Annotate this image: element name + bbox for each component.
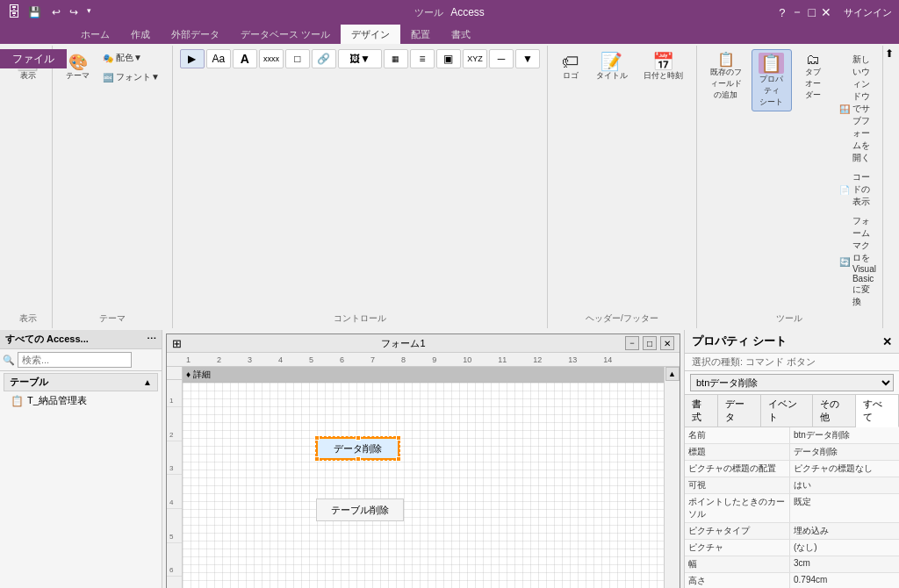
handle-br[interactable] <box>396 456 401 462</box>
prop-row-4[interactable]: ポイントしたときのカーソル既定 <box>685 494 899 523</box>
textbox-tool[interactable]: xxxx <box>259 49 284 68</box>
ribbon-collapse[interactable]: ⬆ <box>883 46 895 328</box>
checkbox-tool[interactable]: □ <box>285 49 310 68</box>
select-tool[interactable]: ▶ <box>180 49 205 68</box>
tab-design[interactable]: デザイン <box>341 25 400 44</box>
nav-section-label: テーブル <box>10 376 48 389</box>
app-icon: 🗄 <box>7 4 21 20</box>
prop-val-8: 0.794cm <box>790 573 899 588</box>
title-bar-right: ? － □ ✕ サインイン <box>779 4 892 20</box>
nav-options-btn[interactable]: ⋯ <box>147 333 156 345</box>
prop-tab-other[interactable]: その他 <box>813 395 856 427</box>
form-window-controls: － □ ✕ <box>625 336 674 350</box>
existing-fields-icon: 📋 <box>717 53 735 67</box>
hf-group-label: ヘッダー/フッター <box>555 311 689 325</box>
tab-format[interactable]: 書式 <box>441 25 481 44</box>
prop-row-5[interactable]: ピクチャタイプ埋め込み <box>685 523 899 540</box>
prop-tabs: 書式 データ イベント その他 すべて <box>685 395 899 427</box>
form-scrollbar-v[interactable]: ▲ ▼ <box>664 367 680 588</box>
existing-fields-btn[interactable]: 📋 既存のフィールドの追加 <box>704 49 748 104</box>
text-tool[interactable]: A <box>233 49 257 68</box>
list-tool[interactable]: ≡ <box>410 49 435 68</box>
prop-row-7[interactable]: 幅3cm <box>685 556 899 573</box>
handle-bm[interactable] <box>356 456 361 462</box>
handle-tr[interactable] <box>396 435 401 441</box>
handle-tm[interactable] <box>356 435 361 441</box>
restore-btn[interactable]: □ <box>809 5 816 19</box>
tab-layout[interactable]: 配置 <box>400 25 441 44</box>
prop-row-6[interactable]: ピクチャ(なし) <box>685 540 899 556</box>
prop-row-0[interactable]: 名前btnデータ削除 <box>685 427 899 444</box>
line-tool[interactable]: ─ <box>489 49 514 68</box>
more-controls[interactable]: ▼ <box>515 49 540 68</box>
undo-btn[interactable]: ↩ <box>48 4 64 20</box>
file-tab[interactable]: ファイル <box>0 49 67 68</box>
ribbon-group-view: ⬜ 表示 表示 <box>4 46 53 328</box>
handle-tl[interactable] <box>314 435 320 441</box>
view-code-btn[interactable]: 📄 コードの表示 <box>834 169 881 211</box>
nav-header[interactable]: すべての Access... ⋯ <box>0 330 162 349</box>
theme-sub: 🎭 配色▼ 🔤 フォント▼ <box>97 49 165 86</box>
open-subform-btn[interactable]: 🪟 新しいウィンドウでサブフォームを開く <box>834 51 881 167</box>
logo-btn[interactable]: 🏷 ロゴ <box>555 49 586 85</box>
tab-external-data[interactable]: 外部データ <box>161 25 230 44</box>
ribbon-group-header-footer: 🏷 ロゴ 📝 タイトル 📅 日付と時刻 ヘッダー/フッター <box>548 46 697 328</box>
image-insert-btn[interactable]: 🖼▼ <box>338 49 382 68</box>
prop-tab-data[interactable]: データ <box>718 395 761 427</box>
prop-row-2[interactable]: ピクチャの標題の配置ピクチャの標題なし <box>685 461 899 477</box>
close-btn[interactable]: ✕ <box>821 5 831 19</box>
nav-section-toggle[interactable]: ▲ <box>143 377 152 387</box>
tab-create[interactable]: 作成 <box>120 25 161 44</box>
combo-tool[interactable]: ▦ <box>384 49 408 68</box>
open-subform-icon: 🪟 <box>839 104 850 114</box>
lr-4: 4 <box>167 475 182 509</box>
scroll-up-btn[interactable]: ▲ <box>665 367 680 381</box>
btn-tool[interactable]: ▣ <box>436 49 461 68</box>
prop-selector-select[interactable]: btnデータ削除 <box>690 374 894 391</box>
ruler-mark-12: 12 <box>533 355 542 364</box>
link-tool[interactable]: 🔗 <box>312 49 336 68</box>
title-btn[interactable]: 📝 タイトル <box>590 49 634 85</box>
form-btn-delete-data[interactable]: データ削除 <box>316 437 399 460</box>
form-restore-btn[interactable]: □ <box>643 336 657 350</box>
lr-2: 2 <box>167 407 182 441</box>
search-input[interactable] <box>18 352 132 368</box>
form-minimize-btn[interactable]: － <box>625 336 639 350</box>
minimize-btn[interactable]: － <box>791 4 803 20</box>
prop-selection-type: 選択の種類: コマンド ボタン <box>692 356 816 367</box>
tab-order-btn[interactable]: 🗂 タブオーダー <box>795 49 831 104</box>
prop-tab-all[interactable]: すべて <box>856 395 899 427</box>
prop-title: プロパティ シート <box>692 333 787 349</box>
prop-row-8[interactable]: 高さ0.794cm <box>685 573 899 588</box>
redo-btn[interactable]: ↪ <box>66 4 82 20</box>
datetime-btn[interactable]: 📅 日付と時刻 <box>637 49 689 85</box>
hf-row: 🏷 ロゴ 📝 タイトル 📅 日付と時刻 <box>555 49 689 85</box>
tab-database-tools[interactable]: データベース ツール <box>230 25 341 44</box>
handle-bl[interactable] <box>314 456 320 462</box>
prop-key-0: 名前 <box>685 427 790 443</box>
form-close-btn[interactable]: ✕ <box>660 336 674 350</box>
nav-section-header-tables[interactable]: テーブル ▲ <box>4 373 158 391</box>
tab-home[interactable]: ホーム <box>70 25 120 44</box>
nav-item-table[interactable]: 📋 T_納品管理表 <box>4 391 158 410</box>
xyz-tool[interactable]: XYZ <box>463 49 487 68</box>
quickaccess-save[interactable]: 💾 <box>25 4 45 20</box>
form-btn-delete-table[interactable]: テーブル削除 <box>316 498 404 521</box>
label-tool[interactable]: Aa <box>206 49 231 68</box>
prop-close-btn[interactable]: ✕ <box>882 335 892 348</box>
font-btn[interactable]: 🔤 フォント▼ <box>97 68 165 86</box>
help-btn[interactable]: ? <box>779 6 785 19</box>
prop-tab-event[interactable]: イベント <box>761 395 813 427</box>
prop-header: プロパティ シート ✕ <box>685 330 899 354</box>
nav-title: すべての Access... <box>5 333 89 346</box>
dropdown-arrow[interactable]: ▾ <box>83 4 95 20</box>
convert-macro-btn[interactable]: 🔄 フォーム マクロを Visual Basic に変換 <box>834 212 881 311</box>
prop-row-3[interactable]: 可視はい <box>685 477 899 494</box>
theme-icon: 🎨 <box>68 54 88 70</box>
color-btn[interactable]: 🎭 配色▼ <box>97 49 165 67</box>
prop-row-1[interactable]: 標題データ削除 <box>685 444 899 461</box>
prop-key-5: ピクチャタイプ <box>685 523 790 539</box>
lr-3: 3 <box>167 441 182 476</box>
prop-tab-format[interactable]: 書式 <box>685 395 718 427</box>
property-sheet-btn[interactable]: 📋 プロパティシート <box>752 49 792 111</box>
